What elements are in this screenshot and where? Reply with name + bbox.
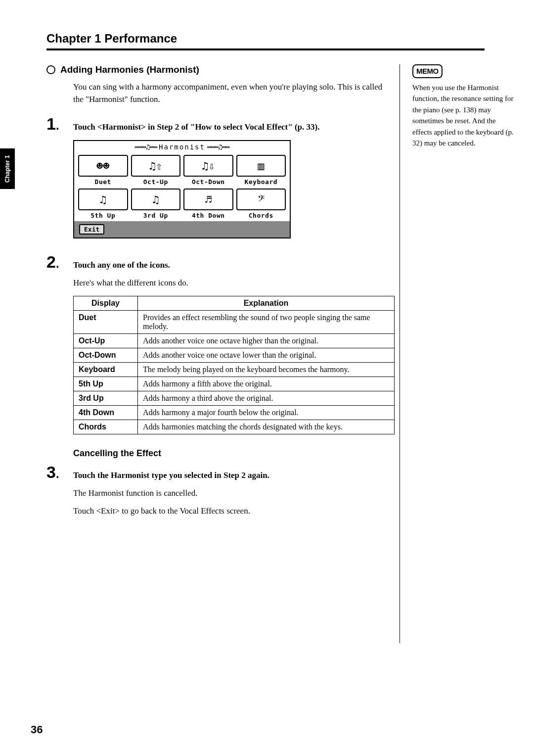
cancel-heading: Cancelling the Effect bbox=[73, 448, 395, 459]
screenshot-title: Harmonist bbox=[74, 141, 290, 153]
side-column: MEMO When you use the Harmonist function… bbox=[400, 64, 534, 149]
duet-label: Duet bbox=[78, 178, 128, 186]
table-row: KeyboardThe melody being played on the k… bbox=[74, 362, 395, 377]
table-header-display: Display bbox=[74, 296, 138, 310]
memo-icon: MEMO bbox=[412, 64, 443, 78]
chords-label: Chords bbox=[236, 212, 286, 219]
column-divider bbox=[400, 64, 400, 643]
duet-icon[interactable]: ☻☻ bbox=[78, 155, 128, 177]
step-2: 2. Touch any one of the icons. bbox=[46, 253, 395, 271]
chords-icon[interactable]: 𝄢 bbox=[236, 189, 286, 210]
step-3: 3. Touch the Harmonist type you selected… bbox=[46, 464, 395, 481]
fifth-up-label: 5th Up bbox=[78, 212, 128, 219]
step-number: 1. bbox=[46, 115, 66, 132]
table-row: Oct-UpAdds another voice one octave high… bbox=[74, 333, 395, 348]
step-text: Touch any one of the icons. bbox=[73, 259, 170, 271]
keyboard-label: Keyboard bbox=[236, 178, 286, 186]
step-number: 3. bbox=[46, 464, 66, 480]
step-3-followup-1: The Harmonist function is cancelled. bbox=[73, 488, 395, 498]
fourth-down-label: 4th Down bbox=[183, 212, 233, 219]
explanation-table: Display Explanation DuetProvides an effe… bbox=[73, 296, 395, 434]
step-text: Touch <Harmonist> in Step 2 of "How to s… bbox=[73, 121, 320, 133]
table-row: 3rd UpAdds harmony a third above the ori… bbox=[74, 391, 395, 405]
harmonist-screenshot: Harmonist ☻☻Duet ♫⇧Oct-Up ♫⇩Oct-Down ▥Ke… bbox=[73, 140, 291, 238]
step-3-followup-2: Touch <Exit> to go back to the Vocal Eff… bbox=[73, 506, 395, 516]
section-heading: Adding Harmonies (Harmonist) bbox=[46, 64, 395, 75]
step-2-followup: Here's what the different icons do. bbox=[73, 278, 395, 288]
oct-down-label: Oct-Down bbox=[183, 178, 233, 186]
fifth-up-icon[interactable]: ♫ bbox=[78, 189, 128, 210]
step-text: Touch the Harmonist type you selected in… bbox=[73, 470, 269, 481]
intro-paragraph: You can sing with a harmony accompanimen… bbox=[73, 81, 395, 105]
section-heading-text: Adding Harmonies (Harmonist) bbox=[60, 64, 199, 75]
chapter-title: Chapter 1 Performance bbox=[46, 32, 534, 46]
oct-down-icon[interactable]: ♫⇩ bbox=[183, 155, 233, 177]
memo-text: When you use the Harmonist function, the… bbox=[412, 82, 514, 149]
exit-button[interactable]: Exit bbox=[79, 224, 104, 235]
chapter-side-tab: Chapter 1 bbox=[0, 148, 15, 189]
oct-up-label: Oct-Up bbox=[131, 178, 181, 186]
fourth-down-icon[interactable]: ♬ bbox=[183, 189, 233, 210]
third-up-icon[interactable]: ♫ bbox=[131, 189, 181, 210]
step-number: 2. bbox=[46, 253, 66, 270]
main-column: Adding Harmonies (Harmonist) You can sin… bbox=[0, 64, 395, 524]
third-up-label: 3rd Up bbox=[131, 212, 181, 219]
table-row: DuetProvides an effect resembling the so… bbox=[74, 310, 395, 333]
table-row: 5th UpAdds harmony a fifth above the ori… bbox=[74, 377, 395, 391]
table-row: 4th DownAdds harmony a major fourth belo… bbox=[74, 405, 395, 420]
keyboard-icon[interactable]: ▥ bbox=[236, 155, 286, 177]
step-1: 1. Touch <Harmonist> in Step 2 of "How t… bbox=[46, 115, 395, 133]
table-row: Oct-DownAdds another voice one octave lo… bbox=[74, 348, 395, 362]
title-rule bbox=[46, 48, 485, 50]
table-row: ChordsAdds harmonies matching the chords… bbox=[74, 420, 395, 434]
oct-up-icon[interactable]: ♫⇧ bbox=[131, 155, 181, 177]
icon-grid: ☻☻Duet ♫⇧Oct-Up ♫⇩Oct-Down ▥Keyboard ♫5t… bbox=[74, 153, 290, 221]
table-header-explanation: Explanation bbox=[138, 296, 395, 310]
bullet-circle-icon bbox=[46, 65, 55, 74]
page-number: 36 bbox=[31, 723, 43, 736]
